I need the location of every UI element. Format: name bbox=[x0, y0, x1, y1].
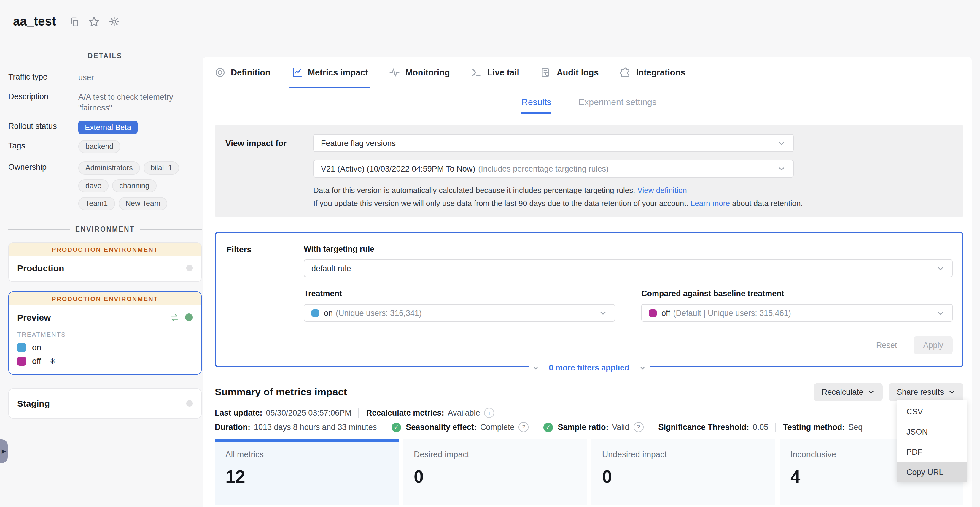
impact-type-select[interactable]: Feature flag versions bbox=[313, 134, 794, 152]
recalculate-button[interactable]: Recalculate bbox=[814, 383, 883, 401]
subtab-experiment-settings[interactable]: Experiment settings bbox=[578, 97, 656, 114]
retention-text-tail: about data retention. bbox=[732, 199, 803, 208]
treatment-off-label: off bbox=[32, 357, 41, 366]
significance-label: Significance Threshold: bbox=[659, 423, 749, 432]
reset-button[interactable]: Reset bbox=[876, 341, 897, 350]
baseline-select-value: off bbox=[662, 308, 670, 317]
sample-ratio-label: Sample ratio: bbox=[558, 423, 608, 432]
version-value: V21 (Active) (10/03/2022 04:59PM To Now) bbox=[321, 164, 475, 173]
auto-calc-text: Data for this version is automatically c… bbox=[313, 186, 635, 195]
view-impact-label: View impact for bbox=[226, 134, 302, 208]
treatment-on-label: on bbox=[32, 343, 41, 352]
tab-metrics-impact[interactable]: Metrics impact bbox=[292, 57, 368, 88]
swap-arrows-icon bbox=[170, 314, 179, 322]
chevron-down-icon bbox=[936, 308, 945, 317]
share-results-button[interactable]: Share results bbox=[889, 383, 963, 401]
baseline-select[interactable]: off(Default | Unique users: 315,461) bbox=[641, 304, 953, 322]
share-menu-item-json[interactable]: JSON bbox=[897, 421, 967, 442]
tab-bar: Definition Metrics impact Monitoring Liv… bbox=[215, 57, 963, 88]
filters-content: With targeting rule default rule Treatme… bbox=[304, 245, 953, 354]
rollout-status-badge[interactable]: External Beta bbox=[78, 121, 138, 134]
chevron-down-icon bbox=[936, 264, 945, 273]
share-menu-item-copy-url[interactable]: Copy URL bbox=[897, 462, 967, 482]
treatments-heading: TREATMENTS bbox=[17, 331, 193, 338]
tab-live-tail[interactable]: Live tail bbox=[471, 57, 519, 88]
divider bbox=[775, 422, 776, 432]
line-chart-icon bbox=[292, 67, 302, 78]
card-all-metrics[interactable]: All metrics 12 bbox=[215, 439, 398, 505]
flag-version-select[interactable]: V21 (Active) (10/03/2022 04:59PM To Now)… bbox=[313, 160, 794, 177]
tab-integrations[interactable]: Integrations bbox=[620, 57, 685, 88]
description-value: A/A test to check telemetry "fairness" bbox=[78, 91, 202, 113]
card-undesired-impact[interactable]: Undesired impact 0 bbox=[592, 439, 775, 505]
treatment-on-swatch bbox=[312, 309, 319, 317]
share-menu-item-csv[interactable]: CSV bbox=[897, 401, 967, 421]
baseline-filter-label: Compared against baseline treatment bbox=[641, 289, 953, 298]
apply-button[interactable]: Apply bbox=[913, 336, 953, 354]
card-value: 0 bbox=[414, 467, 576, 487]
audit-doc-icon bbox=[541, 67, 551, 78]
default-treatment-asterisk-icon: ✳ bbox=[49, 357, 56, 366]
detail-row-ownership: Ownership Administratorsbilal+1 davechan… bbox=[8, 162, 202, 215]
status-line-2: Duration: 1013 days 8 hours and 33 minut… bbox=[215, 422, 963, 432]
env-card-staging[interactable]: Staging bbox=[8, 389, 202, 419]
help-icon[interactable]: ? bbox=[519, 422, 528, 432]
view-definition-link[interactable]: View definition bbox=[637, 186, 687, 195]
share-menu-item-pdf[interactable]: PDF bbox=[897, 442, 967, 462]
detail-row-description: Description A/A test to check telemetry … bbox=[8, 91, 202, 113]
chevron-down-icon bbox=[639, 364, 646, 371]
card-value: 0 bbox=[602, 467, 764, 487]
recalculate-label: Recalculate bbox=[822, 387, 864, 397]
more-filters-link[interactable]: 0 more filters applied bbox=[549, 364, 629, 372]
production-env-banner: PRODUCTION ENVIRONMENT bbox=[9, 243, 201, 256]
divider bbox=[536, 422, 536, 432]
copy-icon[interactable] bbox=[70, 16, 80, 26]
help-icon[interactable]: ? bbox=[633, 422, 644, 432]
info-icon[interactable]: i bbox=[484, 408, 495, 418]
rollout-status-label: Rollout status bbox=[8, 121, 75, 131]
tab-audit-logs[interactable]: Audit logs bbox=[541, 57, 599, 88]
targeting-rule-value: default rule bbox=[312, 264, 936, 273]
env-name-preview: Preview bbox=[17, 312, 51, 323]
env-name-staging: Staging bbox=[17, 399, 50, 409]
tab-definition[interactable]: Definition bbox=[215, 57, 270, 88]
status-dot-gray bbox=[186, 265, 193, 272]
sub-tabs: Results Experiment settings bbox=[215, 97, 963, 114]
owner-chip: dave bbox=[78, 180, 108, 193]
share-results-label: Share results bbox=[897, 387, 944, 397]
card-value: 12 bbox=[226, 467, 388, 487]
filters-label: Filters bbox=[227, 245, 293, 354]
card-desired-impact[interactable]: Desired impact 0 bbox=[403, 439, 587, 505]
status-dot-gray bbox=[186, 400, 193, 407]
tab-monitoring[interactable]: Monitoring bbox=[390, 57, 450, 88]
treatment-select[interactable]: on(Unique users: 316,341) bbox=[304, 304, 615, 322]
more-filters-toggle: 0 more filters applied bbox=[528, 364, 649, 372]
card-label: All metrics bbox=[226, 450, 388, 459]
baseline-select-sub: (Default | Unique users: 315,461) bbox=[673, 308, 791, 317]
metric-cards: All metrics 12 Desired impact 0 Undesire… bbox=[215, 439, 963, 505]
subtab-results[interactable]: Results bbox=[522, 97, 551, 114]
impact-type-value: Feature flag versions bbox=[321, 139, 777, 148]
chevron-down-icon bbox=[598, 308, 608, 317]
gear-icon[interactable] bbox=[109, 16, 120, 27]
divider bbox=[359, 408, 359, 418]
seasonality-label: Seasonality effect: bbox=[406, 423, 477, 432]
retention-text: If you update this version we will only … bbox=[313, 199, 689, 208]
recalc-metrics-value: Available bbox=[448, 408, 480, 417]
env-card-preview[interactable]: PRODUCTION ENVIRONMENT Preview TREATMENT… bbox=[8, 292, 202, 375]
sidebar-collapse-handle[interactable]: ▶ bbox=[0, 439, 8, 463]
env-card-production[interactable]: PRODUCTION ENVIRONMENT Production bbox=[8, 242, 202, 282]
chevron-down-icon bbox=[948, 388, 956, 396]
treatment-filter-label: Treatment bbox=[304, 289, 615, 298]
targeting-rule-select[interactable]: default rule bbox=[304, 260, 953, 277]
tab-label: Live tail bbox=[487, 68, 519, 77]
seasonality-value: Complete bbox=[480, 423, 515, 432]
treatment-off-swatch bbox=[17, 357, 26, 366]
star-icon[interactable] bbox=[89, 16, 100, 27]
owner-chip: channing bbox=[112, 180, 157, 193]
details-section-heading: DETAILS bbox=[8, 52, 202, 59]
detail-row-rollout-status: Rollout status External Beta bbox=[8, 121, 202, 134]
summary-title: Summary of metrics impact bbox=[215, 386, 347, 398]
learn-more-link[interactable]: Learn more bbox=[690, 199, 730, 208]
version-note-line-1: Data for this version is automatically c… bbox=[313, 186, 953, 195]
